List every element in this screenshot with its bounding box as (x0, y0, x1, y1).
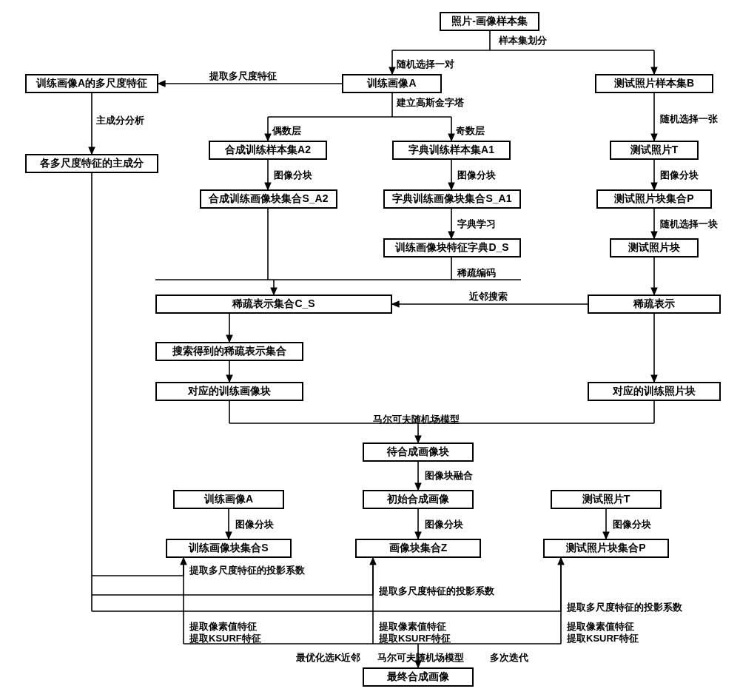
label-blk-3: 图像分块 (660, 169, 699, 182)
label-sparseCode: 稀疏编码 (457, 266, 496, 280)
label-splitSet: 样本集划分 (499, 34, 547, 47)
node-A2: 合成训练样本集A2 (209, 141, 327, 160)
node-S: 训练画像块集合S (166, 539, 292, 558)
label-gauss: 建立高斯金字塔 (397, 96, 464, 110)
label-proj-3: 提取多尺度特征的投影系数 (567, 601, 682, 614)
node-P2: 测试照片块集合P (543, 539, 669, 558)
node-initSet: 搜索得到的稀疏表示集合 (155, 342, 303, 361)
node-Z: 画像块集合Z (355, 539, 481, 558)
node-testBlock: 测试照片块 (610, 238, 699, 258)
label-odd: 奇数层 (456, 124, 485, 138)
node-trainA: 训练画像A (342, 74, 442, 93)
flow-arrows (0, 0, 740, 700)
label-proj-2: 提取多尺度特征的投影系数 (379, 585, 494, 598)
label-blk-6: 图像分块 (613, 518, 651, 531)
node-A1: 字典训练样本集A1 (392, 141, 511, 160)
node-pca: 各多尺度特征的主成分 (25, 154, 158, 173)
node-root: 照片-画像样本集 (440, 12, 539, 31)
node-trainA2: 训练画像A (173, 490, 284, 509)
label-mrf2: 马尔可夫随机场模型 (377, 651, 464, 664)
node-SA1: 字典训练画像块集合S_A1 (383, 189, 521, 209)
node-init: 初始合成画像 (363, 490, 474, 509)
label-surf-3: 提取KSURF特征 (567, 632, 639, 645)
label-mrf: 马尔可夫随机场模型 (373, 413, 460, 426)
label-surf-2: 提取KSURF特征 (379, 632, 451, 645)
label-blk-4: 图像分块 (235, 518, 274, 531)
label-randBlk: 随机选择一块 (660, 218, 718, 231)
label-blk-5: 图像分块 (425, 518, 463, 531)
label-msExtract: 提取多尺度特征 (209, 70, 277, 83)
node-DS: 训练画像块特征字典D_S (383, 238, 521, 258)
label-blk-2: 图像分块 (457, 169, 496, 182)
label-proj-1: 提取多尺度特征的投影系数 (189, 564, 305, 577)
node-toSyn: 待合成画像块 (363, 442, 474, 462)
label-even: 偶数层 (272, 124, 301, 138)
node-P: 测试照片块集合P (596, 189, 712, 209)
label-blk-1: 图像分块 (274, 169, 312, 182)
node-T2: 测试照片T (551, 490, 662, 509)
label-dictLearn: 字典学习 (457, 218, 496, 231)
label-fuse: 图像块融合 (425, 469, 473, 482)
node-final: 最终合成画像 (363, 667, 474, 687)
node-SA2: 合成训练画像块集合S_A2 (200, 189, 337, 209)
node-sparseRep: 稀疏表示 (588, 295, 721, 314)
node-photoBlk: 对应的训练照片块 (588, 382, 721, 401)
label-surf-1: 提取KSURF特征 (189, 632, 261, 645)
node-T: 测试照片T (610, 141, 699, 160)
node-trainBlk: 对应的训练画像块 (155, 382, 303, 401)
node-Cs: 稀疏表示集合C_S (155, 295, 392, 314)
label-knn: 最优化选K近邻 (296, 651, 360, 664)
label-nnSearch: 近邻搜索 (469, 290, 508, 303)
label-iter: 多次迭代 (490, 651, 528, 664)
label-pcaAnalyze: 主成分分析 (96, 114, 144, 127)
label-randOne: 随机选择一张 (660, 112, 718, 126)
label-randPair: 随机选择一对 (397, 58, 454, 71)
node-testB: 测试照片样本集B (595, 74, 713, 93)
node-msFeat: 训练画像A的多尺度特征 (25, 74, 158, 93)
